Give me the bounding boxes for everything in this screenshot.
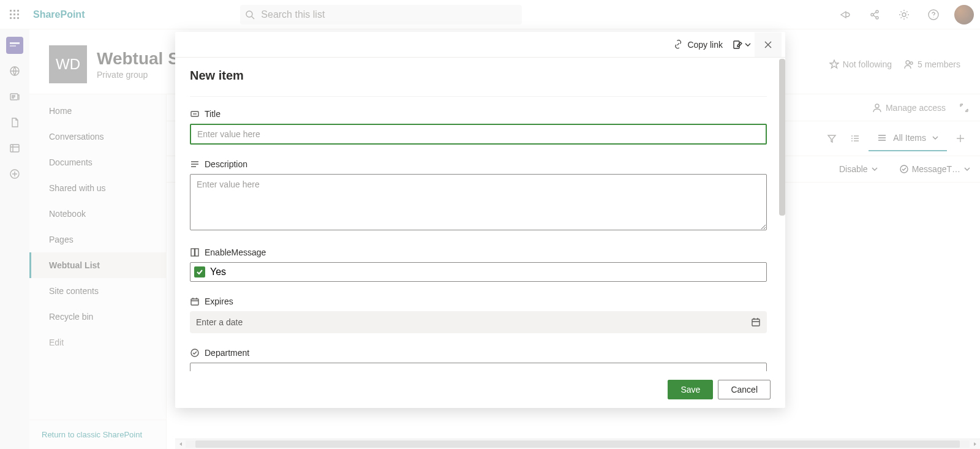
app-global-button[interactable] <box>6 62 23 80</box>
filter-icon <box>827 134 837 143</box>
triangle-right-icon <box>973 442 978 447</box>
title-input[interactable] <box>190 124 767 145</box>
expires-placeholder: Enter a date <box>196 317 243 327</box>
department-input[interactable]: — <box>190 363 767 371</box>
svg-point-25 <box>875 104 879 108</box>
svg-rect-33 <box>195 249 199 256</box>
app-launcher-button[interactable] <box>0 0 29 29</box>
close-icon <box>764 40 772 49</box>
horizontal-scrollbar[interactable] <box>175 439 980 449</box>
copy-link-label: Copy link <box>687 40 723 50</box>
add-view-button[interactable] <box>951 129 970 148</box>
triangle-left-icon <box>178 442 183 447</box>
svg-rect-5 <box>17 13 19 15</box>
manage-access-button[interactable]: Manage access <box>866 98 952 118</box>
announcements-button[interactable] <box>833 2 858 27</box>
column-disable-label: Disable <box>839 164 868 174</box>
field-enable-label-row: EnableMessage <box>190 247 767 257</box>
enable-message-toggle[interactable]: Yes <box>190 262 767 282</box>
user-avatar[interactable] <box>954 5 974 25</box>
yesno-field-icon <box>190 247 200 257</box>
expand-icon <box>959 103 969 113</box>
gear-icon <box>899 9 910 20</box>
save-button[interactable]: Save <box>668 380 713 399</box>
star-icon <box>829 59 839 69</box>
panel-body: New item Title Description EnableMes <box>175 58 785 371</box>
department-value: — <box>197 368 205 371</box>
app-site-icon[interactable] <box>6 37 23 54</box>
close-panel-button[interactable] <box>755 32 782 57</box>
members-button[interactable]: 5 members <box>904 59 960 69</box>
column-message-label: MessageT… <box>912 164 960 174</box>
nav-item-documents[interactable]: Documents <box>29 149 166 175</box>
field-expires-label: Expires <box>205 296 233 306</box>
chevron-down-icon <box>932 135 938 141</box>
nav-item-webtual-list[interactable]: Webtual List <box>29 252 166 278</box>
svg-rect-34 <box>191 299 198 305</box>
nav-item-shared[interactable]: Shared with us <box>29 175 166 201</box>
app-news-button[interactable] <box>6 88 23 105</box>
checkbox-checked-icon <box>194 266 205 277</box>
scroll-left-button[interactable] <box>175 439 186 450</box>
copy-link-button[interactable]: Copy link <box>668 32 729 57</box>
list-options-button[interactable] <box>845 129 865 148</box>
filter-button[interactable] <box>822 129 842 148</box>
help-icon <box>928 9 939 20</box>
nav-item-conversations[interactable]: Conversations <box>29 124 166 149</box>
suite-actions <box>833 2 980 27</box>
svg-line-10 <box>252 17 254 19</box>
edit-form-icon <box>733 40 742 50</box>
megaphone-icon <box>840 9 851 20</box>
expand-button[interactable] <box>956 98 973 118</box>
column-message-type[interactable]: MessageT… <box>900 164 970 174</box>
chevron-down-icon <box>872 166 878 172</box>
svg-rect-18 <box>10 45 16 47</box>
list-header-right: Disable MessageT… <box>839 164 970 174</box>
scroll-track[interactable] <box>186 440 970 448</box>
brand-link[interactable]: SharePoint <box>29 9 85 20</box>
svg-point-11 <box>871 13 873 16</box>
nav-item-pages[interactable]: Pages <box>29 227 166 252</box>
app-files-button[interactable] <box>6 114 23 131</box>
scroll-right-button[interactable] <box>970 439 980 450</box>
column-disable[interactable]: Disable <box>839 164 878 174</box>
view-selector[interactable]: All Items <box>869 126 947 151</box>
cancel-button[interactable]: Cancel <box>718 380 771 399</box>
svg-rect-0 <box>10 10 12 12</box>
svg-rect-21 <box>10 145 19 152</box>
edit-form-button[interactable] <box>729 32 755 57</box>
field-department-label: Department <box>205 348 249 358</box>
nav-item-recycle-bin[interactable]: Recycle bin <box>29 304 166 330</box>
svg-rect-6 <box>10 17 12 19</box>
site-tile: WD <box>49 45 87 83</box>
nav-item-edit[interactable]: Edit <box>29 330 166 355</box>
people-icon <box>904 59 914 69</box>
news-icon <box>9 91 20 102</box>
settings-button[interactable] <box>892 2 916 27</box>
follow-button[interactable]: Not following <box>829 59 892 69</box>
panel-scrollbar[interactable] <box>779 59 785 216</box>
description-input[interactable] <box>190 174 767 230</box>
expires-input[interactable]: Enter a date <box>190 311 767 333</box>
field-title-label: Title <box>205 109 221 119</box>
nav-item-notebook[interactable]: Notebook <box>29 201 166 227</box>
plus-icon <box>956 134 965 143</box>
chevron-down-icon <box>745 42 751 48</box>
field-department: Department — <box>190 348 767 371</box>
app-create-button[interactable] <box>6 165 23 183</box>
nav-item-site-contents[interactable]: Site contents <box>29 278 166 304</box>
panel-header: Copy link <box>175 32 785 58</box>
scroll-thumb[interactable] <box>195 440 960 448</box>
share-button[interactable] <box>862 2 887 27</box>
app-lists-button[interactable] <box>6 140 23 157</box>
title-field-icon <box>190 109 200 119</box>
plus-circle-icon <box>9 168 20 179</box>
nav-item-home[interactable]: Home <box>29 98 166 124</box>
file-icon <box>9 117 20 128</box>
search-input[interactable]: Search this list <box>240 5 522 25</box>
svg-point-26 <box>851 135 853 137</box>
return-classic-link[interactable]: Return to classic SharePoint <box>29 420 166 449</box>
form-scroller[interactable]: New item Title Description EnableMes <box>190 58 771 371</box>
help-button[interactable] <box>921 2 946 27</box>
link-icon <box>674 40 684 50</box>
